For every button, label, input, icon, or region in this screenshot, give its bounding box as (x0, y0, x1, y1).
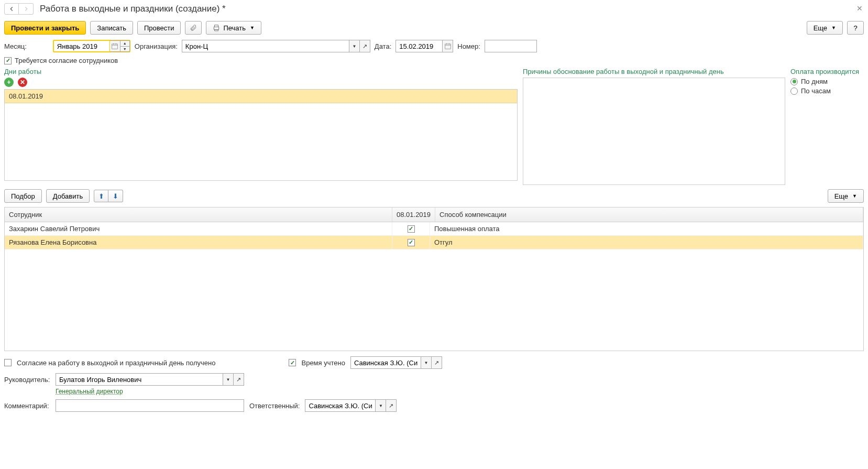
payment-by-days-radio[interactable]: По дням (790, 78, 864, 85)
move-up-button[interactable]: ⬆ (94, 190, 108, 202)
time-user-open-button[interactable]: ↗ (432, 356, 442, 369)
compensation-cell: Отгул (430, 236, 863, 249)
consent-received-label: Согласие на работу в выходной и празднич… (17, 359, 215, 367)
month-picker-button[interactable] (110, 40, 120, 52)
more-label: Еще (814, 24, 827, 32)
move-down-button[interactable]: ⬇ (108, 190, 123, 202)
close-button[interactable]: ✕ (856, 4, 863, 13)
arrow-down-icon: ⬇ (113, 192, 118, 200)
date-checkbox[interactable]: ✓ (408, 239, 415, 246)
radio-icon (790, 88, 798, 95)
spinner-up-icon[interactable]: ▲ (120, 41, 129, 47)
print-button[interactable]: Печать ▼ (206, 21, 261, 35)
caret-down-icon: ▼ (250, 25, 255, 30)
more-button[interactable]: Еще ▼ (807, 21, 843, 35)
paperclip-icon (190, 24, 197, 31)
window-title: Работа в выходные и праздники (создание)… (40, 4, 226, 14)
reasons-title: Причины обоснование работы в выходной и … (523, 68, 785, 75)
days-list[interactable]: 08.01.2019 (4, 89, 518, 181)
reasons-textarea[interactable] (523, 78, 785, 185)
print-label: Печать (223, 24, 246, 32)
table-row[interactable]: Захаркин Савелий Петрович ✓ Повышенная о… (5, 222, 863, 236)
post-button[interactable]: Провести (137, 21, 181, 35)
day-row[interactable]: 08.01.2019 (5, 90, 517, 103)
responsible-input[interactable] (305, 399, 376, 412)
open-icon: ↗ (362, 43, 367, 50)
comment-label: Комментарий: (4, 402, 50, 410)
caret-down-icon: ▼ (226, 377, 230, 382)
caret-down-icon: ▼ (424, 361, 428, 365)
month-input[interactable] (53, 40, 110, 52)
responsible-label: Ответственный: (249, 402, 300, 410)
org-dropdown-button[interactable]: ▼ (349, 40, 360, 52)
manager-position-link[interactable]: Генеральный директор (56, 388, 123, 395)
col-date-header[interactable]: 08.01.2019 (392, 208, 435, 222)
radio-icon (790, 78, 798, 85)
responsible-dropdown-button[interactable]: ▼ (376, 399, 386, 412)
printer-icon (213, 24, 220, 31)
compensation-cell: Повышенная оплата (430, 222, 863, 235)
delete-day-button[interactable]: ✕ (18, 78, 27, 87)
help-button[interactable]: ? (847, 21, 864, 35)
time-recorded-checkbox[interactable]: ✓ (289, 359, 296, 366)
time-user-input[interactable] (350, 356, 421, 369)
consent-received-checkbox[interactable]: ✓ (4, 359, 12, 366)
date-picker-button[interactable] (443, 40, 453, 52)
caret-down-icon: ▼ (831, 25, 836, 30)
date-checkbox[interactable]: ✓ (408, 225, 415, 233)
payment-by-days-label: По дням (801, 78, 828, 85)
col-compensation-header[interactable]: Способ компенсации (435, 208, 863, 222)
comment-input[interactable] (56, 399, 244, 412)
post-and-close-button[interactable]: Провести и закрыть (4, 21, 86, 35)
add-employee-button[interactable]: Добавить (46, 189, 90, 203)
date-input[interactable] (395, 40, 443, 52)
nav-back-button[interactable] (4, 3, 19, 15)
month-spinner[interactable]: ▲ ▼ (120, 40, 130, 52)
date-label: Дата: (375, 42, 391, 50)
org-open-button[interactable]: ↗ (360, 40, 370, 52)
consent-required-checkbox[interactable]: ✓ (4, 57, 12, 64)
manager-dropdown-button[interactable]: ▼ (223, 373, 234, 386)
payment-by-hours-label: По часам (801, 87, 831, 95)
payment-by-hours-radio[interactable]: По часам (790, 87, 864, 95)
month-label: Месяц: (4, 42, 27, 50)
table-row[interactable]: Рязанова Елена Борисовна ✓ Отгул (5, 236, 863, 249)
open-icon: ↗ (236, 376, 241, 383)
emp-more-label: Еще (834, 192, 848, 200)
responsible-open-button[interactable]: ↗ (386, 399, 397, 412)
caret-down-icon: ▼ (379, 403, 383, 408)
select-employees-button[interactable]: Подбор (4, 189, 42, 203)
svg-rect-0 (112, 44, 118, 49)
payment-title: Оплата производится (790, 68, 864, 75)
nav-forward-button[interactable] (19, 3, 34, 15)
caret-down-icon: ▼ (852, 193, 857, 199)
time-user-dropdown-button[interactable]: ▼ (421, 356, 432, 369)
emp-more-button[interactable]: Еще ▼ (828, 189, 864, 203)
attach-button[interactable] (185, 21, 202, 35)
calendar-icon (444, 42, 452, 50)
manager-input[interactable] (56, 373, 223, 386)
number-input[interactable] (485, 40, 537, 52)
open-icon: ↗ (434, 359, 439, 366)
arrow-up-icon: ⬆ (98, 192, 104, 200)
spinner-down-icon[interactable]: ▼ (120, 47, 129, 52)
org-input[interactable] (182, 40, 349, 52)
col-employee-header[interactable]: Сотрудник (5, 208, 392, 222)
caret-down-icon: ▼ (352, 44, 356, 49)
org-label: Организация: (135, 42, 178, 50)
employee-name-cell: Рязанова Елена Борисовна (5, 236, 392, 249)
manager-label: Руководитель: (4, 376, 50, 384)
arrow-right-icon (23, 5, 30, 13)
time-recorded-label: Время учтено (301, 359, 345, 367)
add-day-button[interactable]: + (4, 78, 14, 87)
open-icon: ↗ (389, 402, 393, 409)
save-button[interactable]: Записать (90, 21, 133, 35)
manager-open-button[interactable]: ↗ (234, 373, 244, 386)
days-title: Дни работы (4, 68, 518, 75)
employee-name-cell: Захаркин Савелий Петрович (5, 222, 392, 235)
number-label: Номер: (457, 42, 480, 50)
arrow-left-icon (8, 5, 15, 13)
svg-rect-1 (445, 44, 451, 49)
consent-required-label: Требуется согласие сотрудников (15, 57, 118, 64)
calendar-icon (111, 42, 118, 50)
